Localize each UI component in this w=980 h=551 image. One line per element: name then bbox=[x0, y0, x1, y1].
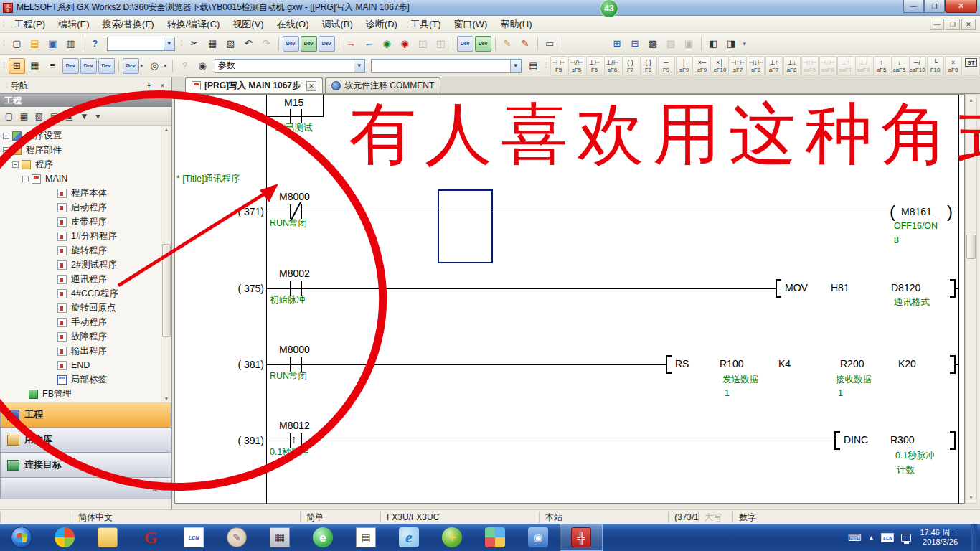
tree-program-folder[interactable]: − 程序 bbox=[0, 157, 171, 171]
tree-pou[interactable]: 旋转程序 bbox=[0, 243, 171, 258]
close-icon[interactable]: × bbox=[156, 80, 169, 91]
scroll-up-icon[interactable]: ▲ bbox=[966, 95, 976, 105]
menu-item[interactable]: 视图(V) bbox=[226, 17, 270, 32]
tree-program-body[interactable]: 程序本体 bbox=[0, 186, 171, 200]
watch-window2-icon[interactable]: ◨ bbox=[723, 36, 740, 52]
lcn-tray-icon[interactable]: LCN bbox=[881, 533, 894, 542]
menu-item[interactable]: 诊断(D) bbox=[359, 17, 404, 32]
taskbar-clock[interactable]: 17:46 周一 2018/3/26 bbox=[918, 528, 963, 547]
file-explorer-icon[interactable] bbox=[86, 524, 129, 551]
ladder-key-button[interactable]: × aF9 bbox=[945, 56, 962, 76]
mdi-minimize-icon[interactable]: — bbox=[930, 19, 944, 30]
tree-pou[interactable]: 2#测试程序 bbox=[0, 258, 171, 272]
transfer-read-icon[interactable]: ← bbox=[361, 36, 377, 52]
menu-item[interactable]: 转换/编译(C) bbox=[161, 17, 227, 32]
tree-expander-icon[interactable]: − bbox=[3, 147, 9, 154]
menu-item[interactable]: 帮助(H) bbox=[494, 17, 538, 32]
help-icon[interactable]: ? bbox=[87, 36, 103, 52]
switcher-connection[interactable]: 连接目标 bbox=[0, 453, 171, 478]
ladder-key-button[interactable]: ↓ caF5 bbox=[891, 56, 908, 76]
ladder-key-button[interactable]: ⊥↑ aF7 bbox=[765, 56, 783, 76]
ladder-key-button[interactable]: ×│ cF10 bbox=[712, 56, 729, 76]
lcn-app-icon[interactable] bbox=[172, 524, 215, 551]
tree-pou-comm[interactable]: 通讯程序 bbox=[0, 272, 171, 286]
ladder-key-button[interactable]: ─/ caF10 bbox=[909, 56, 926, 76]
tree-program-settings[interactable]: + 程序设置 bbox=[0, 128, 171, 143]
save-project-icon[interactable]: ▣ bbox=[44, 36, 61, 52]
ladder-key-button[interactable]: ⊣↓⊢ saF6 bbox=[819, 56, 837, 76]
ladder-key-button[interactable]: ( ) F7 bbox=[622, 56, 639, 76]
vertical-scrollbar[interactable]: ▲ ▼ bbox=[965, 94, 977, 504]
tray-expand-icon[interactable]: ▲ bbox=[868, 534, 874, 541]
ladder-key-button[interactable]: ⊥↓ aF8 bbox=[783, 56, 801, 76]
tree-fb[interactable]: FB管理 bbox=[0, 387, 171, 401]
maximize-button[interactable]: ❐ bbox=[924, 0, 945, 13]
copy-icon[interactable]: ▦ bbox=[204, 36, 221, 52]
close-button[interactable]: ✕ bbox=[945, 0, 977, 13]
cut-icon[interactable]: ✂ bbox=[187, 36, 203, 52]
menu-item[interactable]: 搜索/替换(F) bbox=[95, 17, 160, 32]
tree-pou[interactable]: 手动程序 bbox=[0, 315, 171, 329]
tree-pou[interactable]: 输出程序 bbox=[0, 344, 171, 358]
paste-data-icon[interactable]: ▧ bbox=[32, 109, 47, 123]
separator[interactable] bbox=[495, 37, 496, 50]
tree-pou[interactable]: 启动程序 bbox=[0, 200, 171, 215]
separator[interactable] bbox=[118, 60, 119, 72]
chevron-down-icon[interactable]: ▼ bbox=[354, 60, 364, 72]
verify-with-plc-icon[interactable]: Dev bbox=[319, 36, 335, 52]
new-data-icon[interactable]: ▢ bbox=[1, 109, 17, 123]
tab-device-comment[interactable]: 软元件注释 COMMENT bbox=[325, 77, 440, 93]
device-display-icon[interactable]: Dev bbox=[123, 58, 139, 74]
ie-icon[interactable] bbox=[387, 524, 430, 551]
window-combo[interactable]: ▼ bbox=[107, 37, 175, 51]
statement-edit-icon[interactable]: ✎ bbox=[499, 36, 516, 52]
ladder-key-button[interactable]: ⊣↓⊢ sF8 bbox=[748, 56, 765, 76]
scrollbar-thumb[interactable] bbox=[966, 235, 976, 259]
ladder-key-button[interactable]: ⊥↓ saF8 bbox=[855, 56, 872, 76]
mdi-restore-icon[interactable]: ❐ bbox=[946, 19, 960, 30]
ladder-key-button[interactable]: └ F10 bbox=[927, 56, 944, 76]
new-project-icon[interactable]: ▢ bbox=[9, 36, 25, 52]
360-browser-icon[interactable] bbox=[301, 524, 344, 551]
module-configuration-icon[interactable]: ▦ bbox=[27, 58, 43, 74]
device-find-icon[interactable]: Dev bbox=[62, 58, 79, 74]
read-from-plc-icon[interactable]: Dev bbox=[301, 36, 317, 52]
tree-struct[interactable]: 结构体 bbox=[0, 401, 171, 402]
dropdown-arrow-icon[interactable]: ▾ bbox=[138, 58, 145, 74]
switcher-expander[interactable]: » ▾ bbox=[0, 478, 171, 499]
ladder-delete-row-icon[interactable]: ⊟ bbox=[627, 36, 644, 52]
paste-icon[interactable]: ▧ bbox=[222, 36, 239, 52]
image-viewer-icon[interactable] bbox=[473, 524, 517, 551]
document-icon[interactable] bbox=[344, 524, 387, 551]
data-security-icon[interactable]: ▣ bbox=[62, 109, 77, 123]
tree-expander-icon[interactable]: − bbox=[22, 176, 29, 182]
sort-filter-icon[interactable]: ▼ bbox=[77, 109, 92, 123]
scroll-down-icon[interactable]: ▼ bbox=[966, 492, 976, 503]
ladder-key-button[interactable]: ST bbox=[963, 56, 980, 76]
switcher-project[interactable]: 工程 bbox=[0, 402, 171, 428]
tree-pou[interactable]: 故障程序 bbox=[0, 329, 171, 344]
separator[interactable] bbox=[562, 37, 562, 50]
horizontal-scrollbar[interactable] bbox=[174, 504, 977, 509]
tree-pou[interactable]: 旋转回原点 bbox=[0, 301, 171, 315]
program-list-icon[interactable]: ≡ bbox=[44, 58, 61, 74]
sampling-trace-icon[interactable]: ▨ bbox=[663, 36, 679, 52]
monitor-start-icon[interactable]: ◉ bbox=[379, 36, 395, 52]
device-list-icon[interactable]: Dev bbox=[80, 58, 97, 74]
chevron-down-icon[interactable]: ▼ bbox=[164, 37, 174, 50]
360-safety-icon[interactable] bbox=[430, 524, 473, 551]
paint-icon[interactable] bbox=[215, 524, 258, 551]
open-project-icon[interactable]: ▤ bbox=[27, 36, 43, 52]
pin-icon[interactable]: Ŧ bbox=[143, 80, 155, 91]
network-icon[interactable] bbox=[901, 534, 911, 542]
start-button[interactable] bbox=[0, 524, 43, 551]
ladder-key-button[interactable]: ─ F9 bbox=[658, 56, 675, 76]
tree-main[interactable]: − MAIN bbox=[0, 171, 171, 186]
tree-pou-end[interactable]: END bbox=[0, 358, 171, 372]
dropdown-arrow-icon[interactable]: ▾ bbox=[90, 109, 105, 123]
note-edit-icon[interactable]: ✎ bbox=[517, 36, 534, 52]
keyboard-icon[interactable]: ⌨ bbox=[848, 532, 862, 543]
menu-item[interactable]: 窗口(W) bbox=[447, 17, 494, 32]
minimize-button[interactable]: — bbox=[903, 0, 924, 13]
software-manager-icon[interactable] bbox=[43, 524, 86, 551]
